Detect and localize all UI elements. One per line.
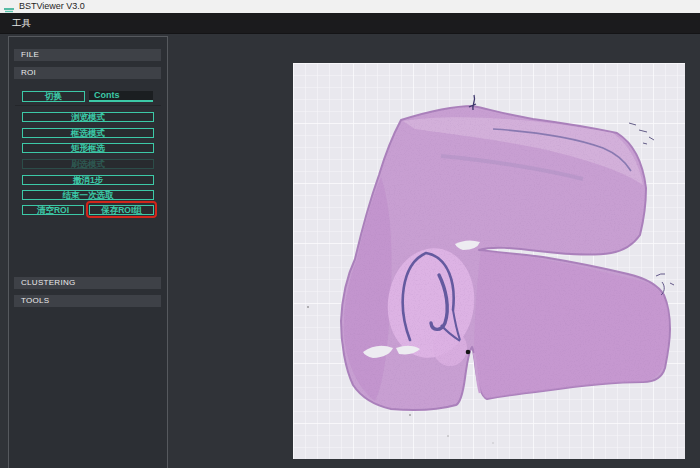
brush-select-mode-button: 刷选模式 xyxy=(22,159,154,169)
menubar: 工具 xyxy=(0,13,700,34)
marker-dot xyxy=(466,350,471,355)
bstviewer-window: { "window": { "title": "BSTViewer V3.0" … xyxy=(0,0,700,468)
sidebar: FILE ROI 切换 Conts 浏览模式 框选模式 矩形框选 刷选模式 撤消… xyxy=(8,36,168,468)
app-logo-icon xyxy=(4,2,15,11)
toggle-button[interactable]: 切换 xyxy=(22,91,85,102)
section-clustering[interactable]: CLUSTERING xyxy=(14,277,161,289)
section-roi[interactable]: ROI xyxy=(14,67,161,79)
browse-mode-button[interactable]: 浏览模式 xyxy=(22,112,154,122)
brain-tissue-slide xyxy=(293,63,685,459)
section-file[interactable]: FILE xyxy=(14,49,161,61)
group-divider xyxy=(15,105,161,106)
save-roi-group-button[interactable]: 保存ROI组 xyxy=(89,205,154,215)
clear-roi-button[interactable]: 清空ROI xyxy=(22,205,84,215)
box-select-mode-button[interactable]: 框选模式 xyxy=(22,128,154,138)
menu-tools[interactable]: 工具 xyxy=(8,13,35,33)
undo-step-button[interactable]: 撤消1步 xyxy=(22,175,154,185)
conts-tab[interactable]: Conts xyxy=(89,91,153,102)
window-title: BSTViewer V3.0 xyxy=(19,0,85,13)
rect-select-button[interactable]: 矩形框选 xyxy=(22,143,154,153)
titlebar: BSTViewer V3.0 xyxy=(0,0,700,13)
end-selection-button[interactable]: 结束一次选取 xyxy=(22,190,154,200)
section-tools[interactable]: TOOLS xyxy=(14,295,161,307)
specimen-image-viewer[interactable] xyxy=(293,63,685,459)
